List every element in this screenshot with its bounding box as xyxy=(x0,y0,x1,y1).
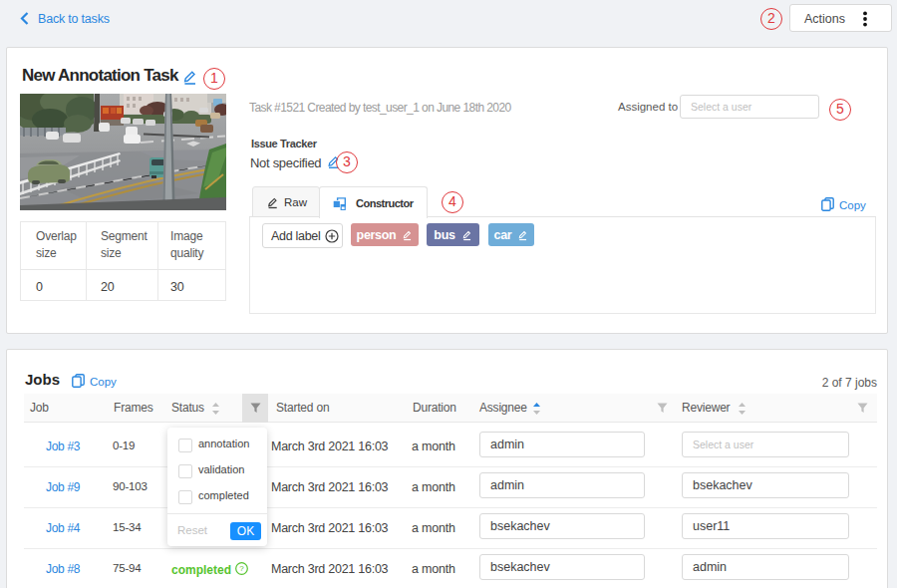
svg-text:?: ? xyxy=(239,564,244,573)
